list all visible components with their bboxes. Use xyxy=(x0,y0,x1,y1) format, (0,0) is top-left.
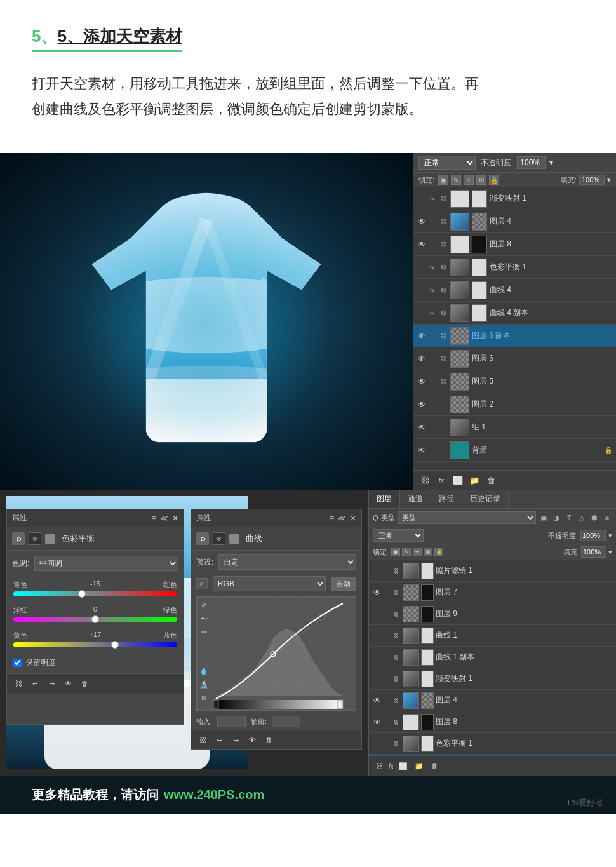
eye-icon[interactable] xyxy=(416,285,427,296)
curves-eyedropper2-icon[interactable]: 💧 xyxy=(198,665,210,676)
rl-lock-art-icon[interactable]: ⊞ xyxy=(424,548,432,556)
input-value[interactable] xyxy=(217,716,246,727)
rl-eye-icon[interactable]: 👁 xyxy=(372,695,383,706)
yb-thumb[interactable] xyxy=(111,641,119,649)
rl-layer-item[interactable]: ⛓曲线 1 xyxy=(369,625,616,647)
rl-eye-icon[interactable] xyxy=(372,608,383,620)
curves-vis-icon[interactable]: 👁 xyxy=(213,532,225,545)
rl-layer-item[interactable]: ⛓色彩平衡 1 xyxy=(369,733,616,755)
rl-trash-icon[interactable]: 🗑 xyxy=(429,760,441,772)
filter-adj-icon[interactable]: ◑ xyxy=(551,513,561,523)
curves-channel-select[interactable]: RGB xyxy=(213,576,326,591)
rl-fx-icon[interactable]: fx xyxy=(389,763,394,770)
blend-mode-select[interactable]: 正常 xyxy=(418,156,476,170)
rl-opacity-input[interactable] xyxy=(580,530,606,541)
cb-close-icon[interactable]: ✕ xyxy=(172,514,178,523)
curves-arrows-icon[interactable]: ≪ xyxy=(338,514,346,523)
eye-icon[interactable]: 👁 xyxy=(416,422,427,433)
layer-item[interactable]: 👁⛓图层 6 副本 xyxy=(413,325,616,347)
lock-position-icon[interactable]: ✛ xyxy=(464,175,474,185)
cb-link-icon[interactable]: ⛓ xyxy=(12,677,25,690)
rl-type-select[interactable]: 类型 xyxy=(398,511,536,524)
layer-item[interactable]: 👁背景🔒 xyxy=(413,439,616,462)
filter-toggle-icon[interactable]: ● xyxy=(602,513,612,523)
tab-channels[interactable]: 通道 xyxy=(400,490,431,508)
rl-folder-icon[interactable]: 📁 xyxy=(413,760,425,772)
curves-eyedropper-icon[interactable]: ✐ xyxy=(196,578,208,589)
cb-eye-icon[interactable]: 👁 xyxy=(62,677,74,690)
layer-item[interactable]: 👁⛓图层 8 xyxy=(413,233,616,256)
cyan-red-thumb[interactable] xyxy=(78,590,86,598)
rl-link-icon[interactable]: ⛓ xyxy=(373,760,385,772)
magenta-green-slider[interactable] xyxy=(13,617,177,622)
cyan-red-slider[interactable] xyxy=(13,591,177,596)
mg-thumb[interactable] xyxy=(91,615,99,623)
rl-layer-item[interactable]: 👁⛓图层 7 xyxy=(369,582,616,603)
curves-redo-icon[interactable]: ↪ xyxy=(229,734,242,746)
eye-icon[interactable]: 👁 xyxy=(416,330,427,342)
curves-menu-icon[interactable]: ≡ xyxy=(330,514,334,523)
preserve-checkbox[interactable] xyxy=(13,659,22,667)
curves-close-icon[interactable]: ✕ xyxy=(350,514,356,523)
filter-smart-icon[interactable]: ⬢ xyxy=(589,513,599,523)
curves-trash-icon[interactable]: 🗑 xyxy=(262,734,275,746)
curves-curve-icon[interactable]: 〜 xyxy=(198,613,210,624)
rl-blend-select[interactable]: 正常 xyxy=(373,529,424,542)
filter-pixel-icon[interactable]: ▣ xyxy=(539,513,549,523)
rl-layer-item[interactable]: ⛓照片滤镜 1 xyxy=(369,560,616,582)
eye-icon[interactable]: 👁 xyxy=(416,353,427,365)
rl-lock-pix-icon[interactable]: ✎ xyxy=(402,548,411,556)
curves-preset-select[interactable]: 自定 xyxy=(218,554,356,570)
rl-eye-icon[interactable]: 👁 xyxy=(372,587,383,598)
rl-layer-item[interactable]: ⛓图层 9 xyxy=(369,603,616,625)
rl-eye-icon[interactable] xyxy=(372,565,383,577)
tab-history[interactable]: 历史记录 xyxy=(462,490,509,508)
tab-layers[interactable]: 图层 xyxy=(369,490,400,508)
curves-levels-icon[interactable]: ▤ xyxy=(198,692,210,703)
curves-pencil-icon[interactable]: ✏ xyxy=(198,626,210,638)
eye-icon[interactable]: 👁 xyxy=(416,445,427,456)
cb-double-arrows[interactable]: ≪ xyxy=(160,514,168,523)
cb-tone-select[interactable]: 中间调 xyxy=(34,556,178,571)
rl-lock-pos-icon[interactable]: ✛ xyxy=(413,548,422,556)
rl-layers-list[interactable]: ⛓照片滤镜 1👁⛓图层 7⛓图层 9⛓曲线 1⛓曲线 1 副本⛓渐变映射 1👁⛓… xyxy=(369,560,616,756)
eye-icon[interactable]: 👁 xyxy=(416,239,427,250)
curves-graph-area[interactable]: ✐ 〜 ✏ 💧 🔬 ▤ xyxy=(196,596,356,711)
fill-input[interactable] xyxy=(579,175,605,185)
rl-eye-icon[interactable] xyxy=(372,738,383,749)
rl-lock-trans-icon[interactable]: ▣ xyxy=(391,548,400,556)
curves-auto-button[interactable]: 自动 xyxy=(331,577,356,591)
rl-layer-item[interactable]: 👁⛓图层 4 xyxy=(369,690,616,711)
layer-item[interactable]: fx⛓色彩平衡 1 xyxy=(413,256,616,279)
layer-item[interactable]: fx⛓曲线 4 xyxy=(413,279,616,302)
curves-undo-icon[interactable]: ↩ xyxy=(213,734,225,746)
add-mask-icon[interactable]: ⬜ xyxy=(452,474,464,487)
lock-pixels-icon[interactable]: ✎ xyxy=(451,175,461,185)
layers-list[interactable]: fx⛓渐变映射 1👁⛓图层 4👁⛓图层 8fx⛓色彩平衡 1fx⛓曲线 4fx⛓… xyxy=(413,187,616,470)
layer-item[interactable]: 👁组 1 xyxy=(413,416,616,439)
fx-icon[interactable]: fx xyxy=(435,474,448,487)
lock-artboard-icon[interactable]: ⊞ xyxy=(476,175,486,185)
layer-item[interactable]: 👁⛓图层 5 xyxy=(413,370,616,393)
cb-redo-icon[interactable]: ↪ xyxy=(45,677,58,690)
lock-transparency-icon[interactable]: ▣ xyxy=(438,175,448,185)
link-icon[interactable]: ⛓ xyxy=(418,474,431,487)
trash-icon[interactable]: 🗑 xyxy=(485,474,497,487)
layer-item[interactable]: 👁⛓图层 6 xyxy=(413,347,616,370)
rl-mask-icon[interactable]: ⬜ xyxy=(397,760,410,772)
rl-eye-icon[interactable] xyxy=(372,652,383,663)
eye-icon[interactable] xyxy=(416,193,427,205)
rl-layer-item[interactable]: ⛓渐变映射 1 xyxy=(369,668,616,690)
layer-item[interactable]: 👁图层 2 xyxy=(413,393,616,416)
output-value[interactable] xyxy=(272,716,300,727)
eye-icon[interactable] xyxy=(416,307,427,319)
rl-layer-item[interactable]: ⛓曲线 1 副本 xyxy=(369,647,616,668)
rl-layer-item[interactable]: 👁⛓图层 8 xyxy=(369,711,616,733)
layer-item[interactable]: 👁⛓图层 4 xyxy=(413,210,616,233)
rl-fill-input[interactable] xyxy=(581,546,606,558)
rl-eye-icon[interactable] xyxy=(372,673,383,685)
curves-eyedropper3-icon[interactable]: 🔬 xyxy=(198,678,210,690)
filter-shape-icon[interactable]: △ xyxy=(577,513,587,523)
filter-text-icon[interactable]: T xyxy=(564,513,574,523)
curves-link-icon[interactable]: ⛓ xyxy=(196,734,209,746)
